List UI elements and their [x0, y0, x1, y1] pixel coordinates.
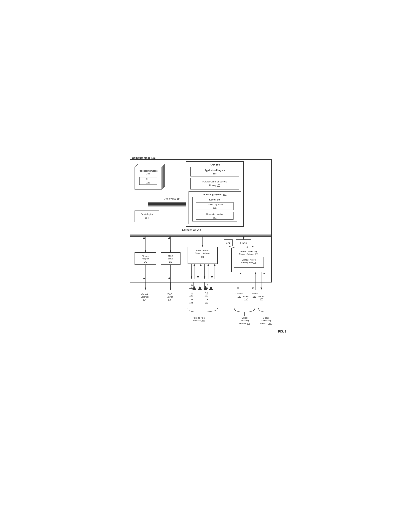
children-194-ref: 194 [253, 295, 256, 298]
gcn-107-label3: Network 107 [260, 322, 272, 325]
brace-ptp-left [188, 308, 199, 316]
parent-196-ref: 196 [260, 298, 263, 300]
plusx-label: + X [189, 284, 193, 286]
parent-192-ref: 192 [244, 298, 248, 300]
plusy-ref: 183 [189, 302, 193, 304]
app-program-label: Application Program [204, 169, 225, 172]
os-routing-table-label: OS Routing Table [207, 203, 223, 206]
gcna-label2: Network Adapter 188 [239, 253, 258, 255]
ptp-network-label1: Point To Point [193, 317, 205, 319]
ethernet-adapter-label: Ethernet [142, 255, 149, 257]
gcn-106-label2: Combining [240, 319, 249, 322]
plusx-ref: 181 [189, 286, 193, 289]
fig-label: FIG. 2 [278, 330, 286, 333]
parallel-comm-lib-label2: Library 160 [209, 184, 220, 187]
diagram-svg: Compute Node 152 Processing Cores 164 AL… [126, 156, 294, 360]
ethernet-adapter-label2: Adapter [142, 258, 149, 260]
gcna-label1: Global Combining [240, 250, 257, 252]
ir-label: IR 169 [240, 242, 247, 244]
brace-gcn1-left [234, 308, 245, 316]
plusy-label: + Y [189, 299, 193, 301]
box-171-label: 171 [226, 242, 230, 244]
parent-192-label: Parent [243, 295, 249, 298]
bus-adapter-label: Bus Adapter [141, 213, 153, 215]
gigabit-label2: Ethernet [141, 296, 149, 298]
os-label: Operating System 162 [203, 193, 226, 196]
gigabit-label1: Gigabit [141, 293, 148, 295]
page: Compute Node 152 Processing Cores 164 AL… [126, 156, 294, 361]
ram-label: RAM 156 [210, 163, 220, 166]
ethernet-adapter-ref: 172 [143, 261, 147, 263]
minusz-label: − Z [205, 299, 208, 301]
messaging-module-label: Messaging Module [206, 213, 223, 215]
jtag-master-label2: Master [166, 296, 173, 298]
minusy-label: − Y [205, 284, 208, 286]
extension-bus-label: Extension Bus 168 [182, 229, 201, 231]
ptp-ref: 180 [201, 256, 204, 258]
jtag-master-ref: 178 [168, 299, 171, 301]
bus-adapter-box [135, 211, 159, 222]
brace-gcn2-left [258, 308, 268, 316]
memory-bus-label: Memory Bus 154 [164, 198, 180, 200]
brace-ptp-right [199, 308, 218, 312]
ptp-network-label2: Network 108 [193, 319, 205, 322]
app-program-ref: 158 [213, 172, 217, 175]
processing-cores-ref: 164 [146, 172, 150, 175]
gcn-107-label1: Global [263, 317, 269, 319]
os-routing-table-ref: 138 [213, 207, 216, 209]
bus-adapter-ref: 194 [145, 217, 149, 219]
brace-gcn2-right [268, 308, 268, 312]
children-190-ref: 190 [237, 295, 241, 298]
jtag-master-label1: JTAG [167, 293, 172, 295]
kernel-label: Kernel 140 [209, 199, 220, 201]
gigabit-ref: 174 [143, 299, 146, 301]
ptp-arrow-down4 [209, 286, 213, 290]
gcn-107-label2: Combining [261, 319, 271, 322]
messaging-module-ref: 142 [213, 216, 216, 219]
parallel-comm-lib-label1: Parallel Communications [202, 180, 227, 183]
minusz-ref: 186 [204, 302, 208, 304]
parent-196-label: Parent [258, 295, 264, 298]
plusz-label: + Z [205, 292, 208, 294]
jtag-slave-label: JTAG [168, 255, 173, 257]
alu-label: ALU [146, 178, 150, 181]
brace-gcn1-right [245, 308, 255, 312]
parallel-comm-lib-box [191, 178, 239, 189]
ptp-label2: Network Adapter [195, 252, 210, 254]
processing-cores-label: Processing Cores [138, 170, 158, 172]
ptp-label1: Point-To-Point [196, 249, 209, 252]
children-194-label: Children [250, 293, 258, 295]
gcn-106-label1: Global [241, 317, 248, 319]
minusx-ref: 182 [189, 294, 193, 296]
minusx-label: − X [189, 292, 193, 294]
jtag-slave-label2: Slave [168, 258, 173, 260]
routing-table-label2: Routing Table 136 [241, 261, 256, 264]
ptp-arrow-down2 [198, 286, 202, 290]
gcn-106-label3: Network 106 [239, 322, 250, 325]
routing-table-label1: Compute Node's [242, 259, 255, 261]
ptp-arrow-down1 [192, 286, 196, 290]
jtag-slave-ref: 176 [169, 261, 172, 263]
plusz-ref: 185 [204, 294, 208, 296]
children-190-label: Children [235, 293, 243, 295]
alu-ref: 166 [146, 181, 150, 184]
compute-node-label: Compute Node 152 [132, 156, 156, 159]
